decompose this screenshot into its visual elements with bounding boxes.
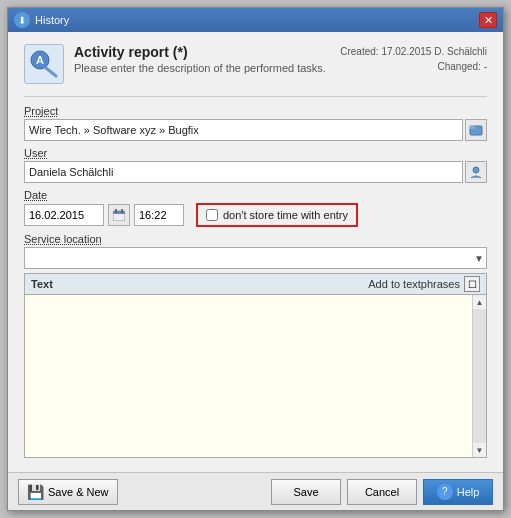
title-bar-left: ⬇ History [14, 12, 69, 28]
dialog-title: Activity report (*) [74, 44, 326, 60]
header-area: A Activity report (*) Please enter the d… [24, 44, 487, 84]
dialog-subtitle: Please enter the description of the perf… [74, 62, 326, 74]
floppy-icon: 💾 [27, 484, 44, 500]
dont-store-container: don't store time with entry [196, 203, 358, 227]
date-row: don't store time with entry [24, 203, 487, 227]
add-textphrase-button[interactable]: ☐ [464, 276, 480, 292]
project-value: Wire Tech. » Software xyz » Bugfix [24, 119, 463, 141]
header-meta: Created: 17.02.2015 D. Schälchli Changed… [340, 44, 487, 74]
question-icon: ? [437, 484, 453, 500]
date-input[interactable] [24, 204, 104, 226]
activity-icon: A [24, 44, 64, 84]
save-new-button[interactable]: 💾 Save & New [18, 479, 118, 505]
window-icon: ⬇ [14, 12, 30, 28]
help-label: Help [457, 486, 480, 498]
text-header-right: Add to textphrases ☐ [368, 276, 480, 292]
project-row: Wire Tech. » Software xyz » Bugfix [24, 119, 487, 141]
dialog-content: A Activity report (*) Please enter the d… [8, 32, 503, 472]
cancel-label: Cancel [365, 486, 399, 498]
created-value: 17.02.2015 D. Schälchli [381, 46, 487, 57]
header-text: Activity report (*) Please enter the des… [74, 44, 326, 74]
dont-store-checkbox[interactable] [206, 209, 218, 221]
created-label: Created: [340, 46, 378, 57]
scroll-down-arrow[interactable]: ▼ [473, 443, 487, 457]
user-value: Daniela Schälchli [24, 161, 463, 183]
user-browse-button[interactable] [465, 161, 487, 183]
service-select-wrapper: ▼ [24, 247, 487, 269]
scroll-up-arrow[interactable]: ▲ [473, 295, 487, 309]
created-info: Created: 17.02.2015 D. Schälchli [340, 44, 487, 59]
project-label: Project [24, 105, 487, 117]
time-input[interactable] [134, 204, 184, 226]
svg-point-4 [473, 167, 479, 173]
text-header: Text Add to textphrases ☐ [24, 273, 487, 294]
dialog-window: ⬇ History ✕ A Activity report (*) Please… [7, 7, 504, 511]
title-bar: ⬇ History ✕ [8, 8, 503, 32]
project-browse-button[interactable] [465, 119, 487, 141]
cancel-button[interactable]: Cancel [347, 479, 417, 505]
text-area-wrapper: ▲ ▼ [24, 294, 487, 458]
svg-rect-6 [113, 211, 125, 214]
changed-info: Changed: - [340, 59, 487, 74]
help-button[interactable]: ? Help [423, 479, 493, 505]
text-scrollbar: ▲ ▼ [472, 295, 486, 457]
svg-rect-3 [470, 126, 475, 129]
service-select[interactable] [25, 248, 486, 268]
divider [24, 96, 487, 97]
save-label: Save [293, 486, 318, 498]
dont-store-label: don't store time with entry [223, 209, 348, 221]
add-textphrases-label: Add to textphrases [368, 278, 460, 290]
window-title: History [35, 14, 69, 26]
text-label: Text [31, 278, 53, 290]
footer: 💾 Save & New Save Cancel ? Help [8, 472, 503, 510]
text-input[interactable] [25, 295, 472, 457]
date-label: Date [24, 189, 487, 201]
scrollbar-track [473, 309, 486, 443]
header-left: A Activity report (*) Please enter the d… [24, 44, 326, 84]
save-button[interactable]: Save [271, 479, 341, 505]
user-row: Daniela Schälchli [24, 161, 487, 183]
svg-text:A: A [36, 54, 44, 66]
user-label: User [24, 147, 487, 159]
calendar-button[interactable] [108, 204, 130, 226]
save-new-label: Save & New [48, 486, 109, 498]
service-label: Service location [24, 233, 487, 245]
close-button[interactable]: ✕ [479, 12, 497, 28]
service-row: ▼ [24, 247, 487, 269]
text-section: Text Add to textphrases ☐ ▲ ▼ [24, 273, 487, 458]
